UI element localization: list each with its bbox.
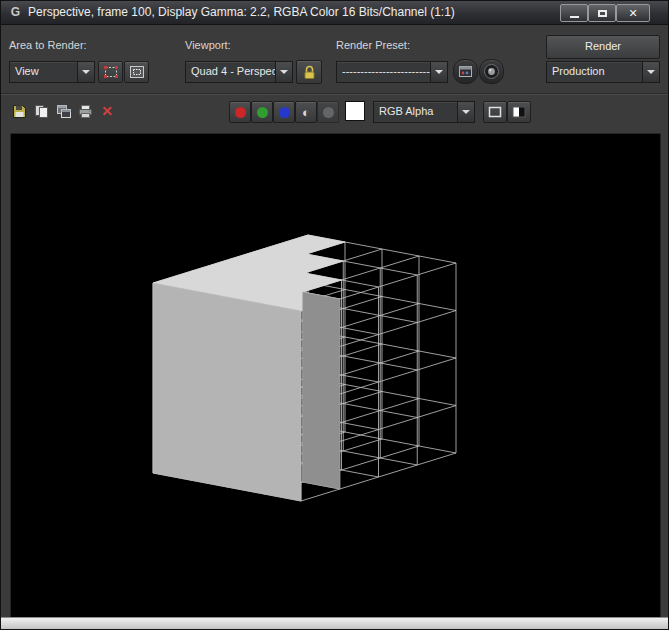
area-to-render-value: View: [15, 65, 77, 77]
green-channel-button[interactable]: [251, 101, 273, 123]
printer-icon: [78, 104, 93, 119]
app-icon: G: [8, 5, 23, 20]
maximize-icon: [598, 10, 607, 17]
sphere-icon: [483, 63, 500, 80]
render-preset-value: ------------------------: [342, 65, 430, 77]
minimize-button[interactable]: [560, 4, 588, 22]
frame-toggle-button[interactable]: [483, 101, 507, 123]
rendered-image: [11, 134, 660, 618]
chevron-down-icon: [430, 62, 447, 82]
render-mode-combo[interactable]: Production: [546, 61, 660, 83]
blue-channel-button[interactable]: [273, 101, 295, 123]
minimize-icon: [570, 16, 579, 18]
close-button[interactable]: ✕: [616, 4, 650, 22]
toolbar-separator: [1, 93, 668, 95]
channel-display-value: RGB Alpha: [379, 105, 457, 117]
monochrome-icon: ◐: [302, 106, 310, 119]
render-preset-combo[interactable]: ------------------------: [336, 61, 448, 83]
chevron-down-icon: [457, 102, 474, 122]
area-to-render-label: Area to Render:: [9, 39, 87, 51]
green-channel-icon: [257, 107, 268, 118]
floppy-icon: [12, 104, 27, 119]
red-channel-icon: [235, 107, 246, 118]
cube-front-face: [153, 283, 301, 501]
edit-region-icon: [103, 65, 119, 79]
render-mode-value: Production: [552, 65, 642, 77]
render-preset-label: Render Preset:: [336, 39, 410, 51]
render-button[interactable]: Render: [546, 35, 660, 59]
viewport-lock-button[interactable]: [296, 60, 322, 84]
edit-region-button[interactable]: [98, 61, 123, 83]
red-channel-button[interactable]: [229, 101, 251, 123]
monochrome-button[interactable]: ◐: [295, 101, 317, 123]
area-to-render-combo[interactable]: View: [9, 61, 95, 83]
auto-region-icon: [129, 65, 145, 79]
split-compare-button[interactable]: [507, 101, 531, 123]
print-image-button[interactable]: [75, 101, 95, 121]
clear-x-icon: ✕: [101, 104, 113, 118]
environment-effects-button[interactable]: [479, 59, 504, 84]
blue-channel-icon: [279, 107, 290, 118]
alpha-channel-button[interactable]: [317, 101, 339, 123]
channel-display-combo[interactable]: RGB Alpha: [373, 101, 475, 123]
auto-region-button[interactable]: [124, 61, 149, 83]
lock-icon: [303, 65, 316, 80]
cube-side-face: [303, 292, 340, 489]
clone-icon: [56, 104, 71, 119]
render-canvas: [11, 134, 660, 618]
frame-outline-icon: [488, 106, 502, 118]
chevron-down-icon: [77, 62, 94, 82]
maximize-button[interactable]: [588, 4, 616, 22]
viewport-value: Quad 4 - Perspect: [191, 65, 275, 77]
viewport-combo[interactable]: Quad 4 - Perspect: [185, 61, 293, 83]
save-image-button[interactable]: [9, 101, 29, 121]
copy-image-button[interactable]: [31, 101, 51, 121]
window-bottom-frame: [1, 617, 668, 629]
copy-icon: [34, 104, 49, 119]
viewport-label: Viewport:: [185, 39, 231, 51]
title-bar[interactable]: G Perspective, frame 100, Display Gamma:…: [1, 1, 668, 25]
render-setup-button[interactable]: [453, 59, 478, 84]
alpha-channel-icon: [323, 107, 334, 118]
chevron-down-icon: [642, 62, 659, 82]
window-title: Perspective, frame 100, Display Gamma: 2…: [28, 1, 455, 24]
background-color-swatch[interactable]: [345, 101, 365, 121]
chevron-down-icon: [275, 62, 292, 82]
rendered-frame-window: G Perspective, frame 100, Display Gamma:…: [0, 0, 669, 630]
render-setup-icon: [458, 65, 473, 78]
clear-button[interactable]: ✕: [97, 101, 117, 121]
split-rect-icon: [512, 106, 526, 118]
clone-window-button[interactable]: [53, 101, 73, 121]
